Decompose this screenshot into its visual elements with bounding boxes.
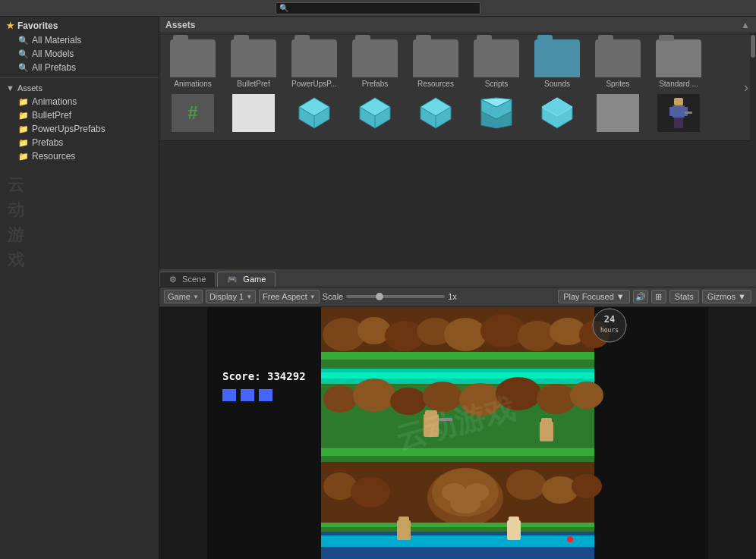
svg-rect-70 [321, 535, 594, 547]
asset-item-scripts[interactable]: Scripts [469, 39, 524, 88]
folder-icon-big-standard [656, 39, 701, 77]
sidebar-item-powerups[interactable]: 📁 PowerUpsPrefabs [0, 122, 159, 136]
cyan-pkg-open [475, 94, 518, 132]
svg-rect-24 [594, 307, 708, 560]
folder-icon-big-powerups [291, 39, 337, 77]
character-icon [657, 94, 700, 132]
sidebar-label-bulletpref: BulletPref [32, 110, 71, 121]
asset-item-pkg3[interactable] [408, 94, 463, 134]
scale-slider[interactable] [346, 295, 445, 298]
assets-scrollbar[interactable] [750, 33, 756, 141]
asset-item-pkg2[interactable] [348, 94, 402, 134]
asset-label-powerups: PowerUpsP... [291, 80, 337, 88]
sidebar-item-all-materials[interactable]: 🔍 All Materials [0, 33, 159, 47]
svg-point-75 [567, 536, 573, 542]
asset-item-prefabs[interactable]: Prefabs [348, 39, 402, 88]
sidebar-watermark: 云动游戏 [0, 165, 159, 280]
star-icon: ★ [6, 20, 14, 31]
asset-item-pkg4[interactable] [469, 94, 524, 134]
search-icon-materials: 🔍 [18, 36, 29, 46]
game-view: Score: 334292 24 hours 云动游戏 [159, 307, 756, 560]
asset-label-scripts: Scripts [485, 80, 509, 88]
search-input-container[interactable]: 🔍 [276, 2, 480, 14]
grid-button[interactable]: ⊞ [651, 290, 666, 303]
svg-text:Score:  334292: Score: 334292 [222, 370, 306, 382]
svg-rect-17 [669, 107, 674, 116]
folder-icon-big-prefabs [352, 39, 398, 77]
svg-rect-21 [685, 111, 692, 114]
scroll-up-button[interactable]: ▲ [741, 20, 750, 30]
scale-value: 1x [448, 292, 457, 301]
stats-button[interactable]: Stats [669, 290, 699, 303]
favorites-label: Favorites [17, 20, 58, 31]
sidebar-label-prefabs: Prefabs [32, 137, 63, 148]
asset-item-hash[interactable]: # [165, 94, 220, 134]
assets-panel-title: Assets [165, 20, 195, 30]
asset-item-white[interactable] [226, 94, 281, 134]
sidebar-label-powerups: PowerUpsPrefabs [32, 124, 106, 134]
sidebar-item-all-prefabs[interactable]: 🔍 All Prefabs [0, 61, 159, 74]
display-dropdown[interactable]: Display 1 ▼ [206, 290, 256, 303]
asset-item-sprites[interactable]: Sprites [591, 39, 645, 88]
tab-scene[interactable]: ⚙ Scene [159, 272, 216, 287]
scrollbar-thumb [751, 35, 755, 58]
assets-section: ▼ Assets 📁 Animations 📁 BulletPref 📁 Pow… [0, 80, 159, 165]
asset-label-sounds: Sounds [544, 80, 570, 88]
sidebar: ★ Favorites 🔍 All Materials 🔍 All Models… [0, 17, 159, 559]
assets-grid: Animations BulletPref PowerUpsP... Prefa… [159, 33, 750, 141]
game-dropdown[interactable]: Game ▼ [164, 290, 203, 303]
svg-point-48 [570, 382, 603, 409]
display-dropdown-arrow: ▼ [246, 294, 252, 300]
tabs-bar: ⚙ Scene 🎮 Game [159, 269, 756, 287]
sidebar-item-animations[interactable]: 📁 Animations [0, 95, 159, 108]
grey-box-icon [597, 94, 639, 132]
folder-icon-powerups: 📁 [18, 124, 29, 134]
asset-item-powerupsp[interactable]: PowerUpsP... [287, 39, 342, 88]
svg-rect-15 [674, 98, 683, 105]
sidebar-item-resources[interactable]: 📁 Resources [0, 149, 159, 163]
mute-button[interactable]: 🔊 [633, 290, 648, 303]
gizmos-button[interactable]: Gizmos ▼ [702, 290, 751, 303]
svg-rect-77 [222, 389, 236, 401]
play-focused-button[interactable]: Play Focused ▼ [558, 290, 630, 303]
asset-label-sprites: Sprites [606, 80, 629, 88]
aspect-label: Free Aspect [263, 292, 307, 301]
grid-icon: ⊞ [655, 292, 662, 302]
asset-item-bulletpref[interactable]: BulletPref [226, 39, 281, 88]
assets-section-label: Assets [17, 83, 43, 93]
folder-icon-big-scripts [474, 39, 519, 77]
asset-item-animations[interactable]: Animations [165, 39, 220, 88]
folder-icon-prefabs: 📁 [18, 138, 29, 148]
game-dropdown-label: Game [168, 292, 191, 301]
asset-item-sounds[interactable]: Sounds [530, 39, 584, 88]
svg-point-61 [450, 492, 480, 513]
stats-label: Stats [675, 292, 694, 301]
tab-game[interactable]: 🎮 Game [217, 272, 276, 287]
sidebar-item-bulletpref[interactable]: 📁 BulletPref [0, 108, 159, 122]
cyan-pkg-2 [354, 94, 396, 132]
asset-item-standard[interactable]: Standard ... [651, 39, 706, 88]
asset-item-pkg1[interactable] [287, 94, 342, 134]
svg-point-42 [353, 378, 395, 412]
sidebar-item-all-models[interactable]: 🔍 All Models [0, 47, 159, 61]
aspect-dropdown[interactable]: Free Aspect ▼ [259, 290, 320, 303]
game-scene-svg: Score: 334292 24 hours 云动游戏 [207, 307, 708, 560]
asset-item-resources[interactable]: Resources [408, 39, 463, 88]
svg-rect-79 [259, 389, 272, 401]
svg-rect-39 [321, 372, 594, 378]
asset-item-character[interactable] [651, 94, 706, 134]
svg-rect-72 [398, 517, 409, 526]
svg-rect-20 [679, 118, 683, 128]
favorites-section: ★ Favorites 🔍 All Materials 🔍 All Models… [0, 17, 159, 76]
mute-icon: 🔊 [635, 292, 646, 302]
asset-label-prefabs: Prefabs [362, 80, 388, 88]
scene-tab-icon: ⚙ [169, 275, 177, 284]
svg-point-63 [351, 477, 390, 507]
tab-game-label: Game [243, 275, 266, 284]
game-toolbar: Game ▼ Display 1 ▼ Free Aspect ▼ Scale 1… [159, 287, 756, 307]
asset-item-pkg5[interactable] [530, 94, 584, 134]
asset-item-grey-box[interactable] [591, 94, 645, 134]
sidebar-item-prefabs[interactable]: 📁 Prefabs [0, 136, 159, 149]
white-box-icon [232, 94, 275, 132]
content-area: Assets ▲ Animations BulletPref [159, 17, 756, 559]
